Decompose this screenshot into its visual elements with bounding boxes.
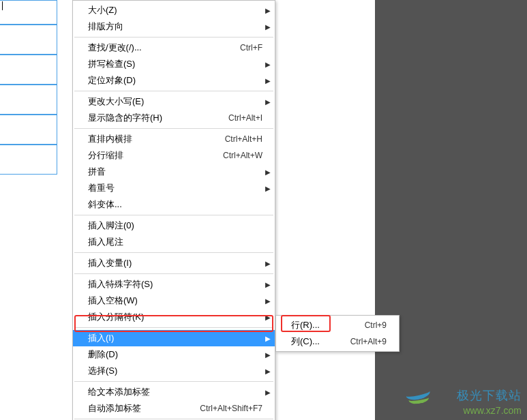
submenu-arrow-icon: ▶ xyxy=(265,7,271,14)
menu-item-shortcut: Ctrl+Alt+I xyxy=(228,113,268,123)
table-fragment xyxy=(0,0,57,175)
menu-item[interactable]: 插入特殊字符(S)▶ xyxy=(73,276,275,292)
menu-separator xyxy=(74,273,273,274)
text-caret xyxy=(2,1,3,10)
menu-item[interactable]: 插入脚注(0) xyxy=(73,217,275,234)
menu-item[interactable]: 斜变体... xyxy=(73,196,275,213)
menu-item-label: 大小(Z) xyxy=(88,4,268,16)
menu-item-label: 直排内横排 xyxy=(88,133,225,145)
table-cell[interactable] xyxy=(0,145,57,175)
menu-item-shortcut: Ctrl+Alt+Shift+F7 xyxy=(200,404,268,413)
menu-item-label: 显示隐含的字符(H) xyxy=(88,112,228,124)
insert-submenu: 行(R)...Ctrl+9列(C)...Ctrl+Alt+9 xyxy=(275,315,400,352)
menu-item[interactable]: 大小(Z)▶ xyxy=(73,2,275,18)
menu-item-label: 给文本添加标签 xyxy=(88,386,268,398)
menu-item-label: 插入特殊字符(S) xyxy=(88,278,268,290)
submenu-item-shortcut: Ctrl+Alt+9 xyxy=(350,337,392,346)
menu-item[interactable]: 拼音▶ xyxy=(73,164,275,180)
watermark-url: www.xz7.com xyxy=(463,405,522,416)
menu-separator xyxy=(74,252,273,253)
submenu-arrow-icon: ▶ xyxy=(265,168,271,176)
menu-item-label: 更改大小写(E) xyxy=(88,95,268,108)
submenu-arrow-icon: ▶ xyxy=(265,77,271,85)
submenu-item[interactable]: 行(R)...Ctrl+9 xyxy=(276,317,399,333)
menu-item[interactable]: 给文本添加标签▶ xyxy=(73,384,275,400)
menu-item-label: 拼音 xyxy=(88,166,268,178)
menu-item-label: 查找/更改(/)... xyxy=(88,42,240,54)
menu-separator xyxy=(74,327,273,328)
menu-item[interactable]: 插入空格(W)▶ xyxy=(73,292,275,309)
menu-separator xyxy=(74,37,273,38)
menu-item-shortcut: Ctrl+Alt+H xyxy=(225,134,268,144)
menu-separator xyxy=(74,381,273,382)
menu-item[interactable]: 定位对象(D)▶ xyxy=(73,72,275,89)
submenu-item[interactable]: 列(C)...Ctrl+Alt+9 xyxy=(276,333,399,350)
submenu-arrow-icon: ▶ xyxy=(265,185,271,192)
document-page-area xyxy=(0,0,61,177)
submenu-arrow-icon: ▶ xyxy=(265,297,271,305)
menu-item-shortcut: Ctrl+F xyxy=(240,43,268,52)
menu-item[interactable]: 排版方向▶ xyxy=(73,18,275,35)
table-cell[interactable] xyxy=(0,85,57,115)
submenu-arrow-icon: ▶ xyxy=(265,61,271,68)
menu-separator xyxy=(74,215,273,215)
menu-item-shortcut: Ctrl+Alt+W xyxy=(223,151,268,160)
submenu-arrow-icon: ▶ xyxy=(265,281,271,288)
menu-item-label: 着重号 xyxy=(88,182,268,194)
menu-item-label: 插入变量(I) xyxy=(88,257,268,269)
submenu-arrow-icon: ▶ xyxy=(265,389,271,396)
table-cell[interactable] xyxy=(0,0,57,25)
submenu-arrow-icon: ▶ xyxy=(265,335,271,342)
table-cell[interactable] xyxy=(0,55,57,85)
watermark-text: 极光下载站 xyxy=(457,387,522,404)
pasteboard-background xyxy=(375,0,527,420)
menu-item[interactable]: 自动添加标签Ctrl+Alt+Shift+F7 xyxy=(73,400,275,417)
menu-item-label: 分行缩排 xyxy=(88,149,223,162)
menu-item[interactable]: 插入(I)▶ xyxy=(73,330,275,346)
watermark-logo-icon xyxy=(406,385,432,410)
menu-separator xyxy=(74,91,273,91)
submenu-arrow-icon: ▶ xyxy=(265,368,271,375)
menu-item-label: 选择(S) xyxy=(88,365,268,377)
menu-item-label: 斜变体... xyxy=(88,198,268,211)
menu-item[interactable]: 更改大小写(E)▶ xyxy=(73,93,275,110)
submenu-item-shortcut: Ctrl+9 xyxy=(365,320,392,330)
menu-item[interactable]: 查找/更改(/)...Ctrl+F xyxy=(73,40,275,56)
menu-item-label: 删除(D) xyxy=(88,348,268,361)
menu-item[interactable]: 拼写检查(S)▶ xyxy=(73,56,275,72)
menu-item-label: 插入空格(W) xyxy=(88,295,268,307)
submenu-item-label: 行(R)... xyxy=(291,319,365,331)
menu-item[interactable]: 删除(D)▶ xyxy=(73,346,275,363)
submenu-item-label: 列(C)... xyxy=(291,335,350,348)
menu-item-label: 拼写检查(S) xyxy=(88,58,268,70)
menu-item[interactable]: 直排内横排Ctrl+Alt+H xyxy=(73,131,275,147)
menu-item-label: 插入脚注(0) xyxy=(88,220,268,232)
menu-item-label: 插入分隔符(K) xyxy=(88,311,268,323)
submenu-arrow-icon: ▶ xyxy=(265,314,271,321)
submenu-arrow-icon: ▶ xyxy=(265,351,271,359)
menu-item-label: 插入尾注 xyxy=(88,236,268,248)
menu-item[interactable]: 显示隐含的字符(H)Ctrl+Alt+I xyxy=(73,110,275,126)
menu-item-label: 排版方向 xyxy=(88,20,268,33)
menu-item-label: 插入(I) xyxy=(88,332,268,344)
menu-item[interactable]: 选择(S)▶ xyxy=(73,363,275,379)
menu-item[interactable]: 着重号▶ xyxy=(73,180,275,196)
menu-item[interactable]: 分行缩排Ctrl+Alt+W xyxy=(73,147,275,164)
menu-item[interactable]: 插入尾注 xyxy=(73,234,275,250)
table-cell[interactable] xyxy=(0,115,57,145)
table-cell[interactable] xyxy=(0,25,57,55)
menu-item-label: 定位对象(D) xyxy=(88,74,268,87)
menu-item-label: 自动添加标签 xyxy=(88,402,200,415)
context-menu: 大小(Z)▶排版方向▶查找/更改(/)...Ctrl+F拼写检查(S)▶定位对象… xyxy=(72,0,275,420)
submenu-arrow-icon: ▶ xyxy=(265,260,271,267)
menu-separator xyxy=(74,419,273,419)
menu-item[interactable]: 插入分隔符(K)▶ xyxy=(73,309,275,325)
menu-item[interactable]: 插入变量(I)▶ xyxy=(73,255,275,271)
submenu-arrow-icon: ▶ xyxy=(265,98,271,106)
menu-separator xyxy=(74,128,273,129)
submenu-arrow-icon: ▶ xyxy=(265,23,271,31)
